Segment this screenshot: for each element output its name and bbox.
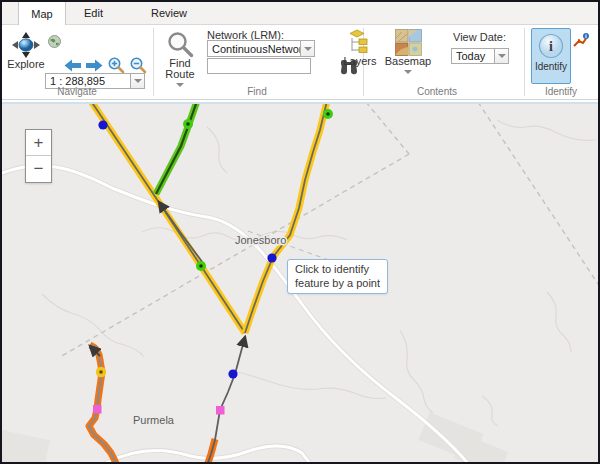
place-label-purmela: Purmela (133, 414, 175, 426)
marker-green-dot (323, 109, 333, 119)
identify-info-icon: i (538, 33, 564, 59)
view-date-dropdown-button[interactable] (494, 48, 509, 64)
identify-route-location-icon[interactable] (573, 33, 590, 48)
tab-review-label: Review (151, 7, 187, 19)
place-label-jonesboro: Jonesboro (235, 234, 286, 246)
basemap-button[interactable]: Basemap (382, 29, 434, 74)
find-route-label-line2: Route (165, 69, 194, 80)
route-yellow-east[interactable] (245, 104, 327, 333)
group-separator (153, 28, 154, 96)
marker-green-dot (196, 261, 206, 271)
chevron-down-icon (134, 79, 142, 83)
layers-button[interactable]: Layers (340, 29, 380, 67)
route-yellow-west[interactable] (91, 104, 245, 333)
tab-review[interactable]: Review (143, 2, 195, 24)
basemap-label: Basemap (385, 56, 431, 67)
zoom-out-tool-icon[interactable] (130, 57, 147, 74)
map-canvas[interactable]: Jonesboro Purmela + − Click to identify … (2, 102, 598, 464)
basemap-icon (395, 29, 422, 56)
tab-edit[interactable]: Edit (73, 2, 114, 24)
ribbon-tab-bar: Map Edit Review (2, 2, 598, 25)
network-lrm-select[interactable]: ContinuousNetwork (207, 40, 301, 57)
zoom-in-tool-icon[interactable] (108, 57, 125, 74)
view-date-value: Today (456, 50, 485, 62)
find-route-button[interactable]: Find Route (160, 31, 200, 87)
marker-pink-square (93, 405, 102, 414)
map-zoom-control: + − (25, 129, 52, 183)
tab-map-label: Map (31, 8, 52, 20)
marker-blue-dot (228, 369, 237, 378)
marker-blue-dot (267, 253, 276, 262)
map-scale-dropdown-button[interactable] (130, 73, 145, 89)
marker-blue-dot (98, 120, 107, 129)
route-search-input[interactable] (207, 58, 311, 74)
next-extent-icon[interactable] (86, 59, 103, 72)
chevron-down-icon (304, 47, 312, 51)
network-lrm-dropdown-button[interactable] (300, 40, 315, 57)
tab-edit-label: Edit (84, 7, 103, 19)
view-date-select[interactable]: Today (451, 48, 495, 64)
network-lrm-value: ContinuousNetwork (212, 43, 301, 55)
chevron-down-icon (498, 54, 506, 58)
explore-button[interactable]: Explore (8, 32, 44, 70)
landuse-polygons (2, 412, 508, 464)
identify-cursor-tooltip: Click to identify feature by a point (287, 259, 388, 294)
event-editor-window: Map Edit Review Explore (0, 0, 600, 464)
boundary-lines (60, 104, 598, 357)
map-zoom-in-button[interactable]: + (26, 130, 51, 156)
ribbon: Explore 1 : 288,895 Navi (2, 25, 598, 100)
identify-icon-glyph: i (549, 39, 553, 54)
identify-button[interactable]: i Identify (531, 28, 571, 84)
chevron-down-icon (404, 70, 412, 74)
tab-map[interactable]: Map (18, 2, 66, 25)
group-label-contents: Contents (387, 86, 487, 97)
route-green-north[interactable] (156, 104, 197, 194)
group-label-find: Find (212, 86, 302, 97)
group-label-navigate: Navigate (32, 86, 122, 97)
layers-icon (348, 29, 373, 56)
explore-pan-icon (12, 32, 40, 59)
marker-pink-square (216, 406, 225, 415)
route-orange-west[interactable] (89, 345, 117, 464)
identify-button-label: Identify (535, 61, 567, 72)
group-label-identify: Identify (525, 86, 597, 97)
marker-yellow-dot (96, 367, 106, 377)
view-date-label: View Date: (453, 31, 506, 43)
explore-label: Explore (7, 59, 44, 70)
find-route-magnifier-icon (167, 31, 194, 58)
chevron-down-icon (176, 83, 184, 87)
marker-green-dot (183, 119, 193, 129)
tooltip-line1: Click to identify (295, 262, 380, 276)
map-zoom-out-button[interactable]: − (26, 156, 51, 182)
layers-label: Layers (343, 56, 376, 67)
tooltip-line2: feature by a point (295, 276, 380, 290)
previous-extent-icon[interactable] (64, 59, 81, 72)
full-extent-globe-icon[interactable] (48, 35, 61, 48)
